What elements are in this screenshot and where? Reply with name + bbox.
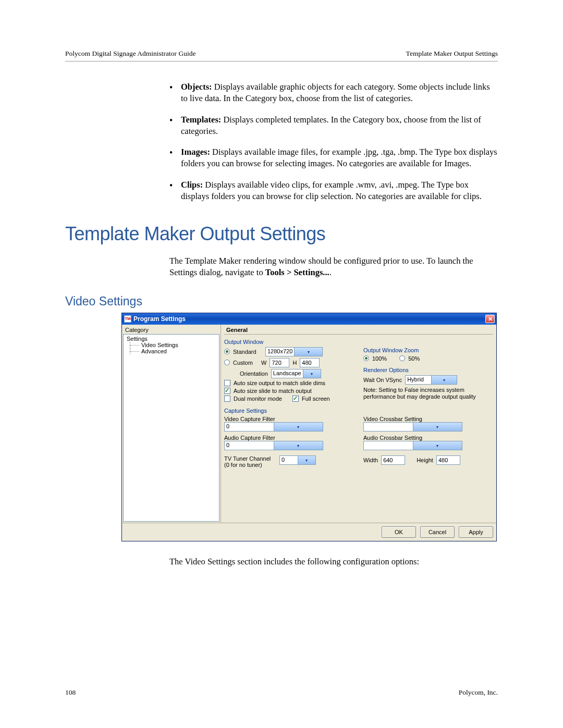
zoom-100-label: 100% [372,355,387,362]
header-left: Polycom Digital Signage Administrator Gu… [65,50,195,58]
footer-company: Polycom, Inc. [459,688,498,697]
program-settings-dialog: TM Program Settings ✕ Category Settings … [121,313,497,541]
output-window-label: Output Window [224,339,354,345]
orientation-value: Landscape [272,369,303,378]
header-right: Template Maker Output Settings [406,50,498,58]
bullet-list: Objects: Displays available graphic obje… [169,81,498,202]
output-zoom-label: Output Window Zoom [363,347,493,353]
page-header: Polycom Digital Signage Administrator Gu… [65,50,498,61]
dialog-title: Program Settings [133,315,186,323]
auto-size-output-label: Auto size output to match slide dims [234,380,325,386]
custom-radio[interactable] [224,360,230,365]
chevron-down-icon[interactable]: ▾ [274,441,323,450]
auto-size-slide-checkbox[interactable] [224,388,230,394]
close-icon[interactable]: ✕ [485,315,495,323]
bullet-objects-label: Objects: [181,82,212,92]
video-capture-filter-combo[interactable]: 0 ▾ [224,422,323,431]
general-group-title: General [224,326,493,335]
w-label: W [261,360,266,366]
custom-label: Custom [233,360,258,366]
cancel-button[interactable]: Cancel [420,526,455,538]
vsync-note: Note: Setting to False increases system … [363,387,493,400]
tv-tuner-label: TV Tuner Channel (0 for no tuner) [224,455,276,468]
capture-height-input[interactable] [436,455,460,465]
standard-label: Standard [233,349,262,355]
audio-capture-filter-value: 0 [225,441,274,450]
video-crossbar-label: Video Crossbar Setting [363,416,493,422]
resolution-value: 1280x720 [266,348,294,356]
zoom-50-label: 50% [408,355,420,362]
bullet-templates-text: Displays completed templates. In the Cat… [181,115,481,136]
audio-crossbar-label: Audio Crossbar Setting [363,435,493,441]
dual-monitor-checkbox[interactable] [224,396,230,402]
wait-vsync-value: Hybrid [406,376,431,384]
chevron-down-icon[interactable]: ▾ [431,376,457,384]
chevron-down-icon[interactable]: ▾ [298,456,316,464]
capture-width-input[interactable] [381,455,405,465]
capture-settings-label: Capture Settings [224,408,493,414]
chevron-down-icon[interactable]: ▾ [413,441,462,450]
audio-capture-filter-combo[interactable]: 0 ▾ [224,441,323,450]
subsection-heading: Video Settings [65,294,498,309]
renderer-options-label: Renderer Options [363,367,493,373]
category-tree[interactable]: Settings Video Settings Advanced [123,334,219,522]
tv-tuner-combo[interactable]: 0 ▾ [279,455,316,465]
ok-button[interactable]: OK [382,526,416,538]
audio-capture-filter-label: Audio Capture Filter [224,435,354,441]
page-number: 108 [65,688,76,697]
dialog-button-row: OK Cancel Apply [122,523,496,541]
app-icon: TM [124,315,131,323]
bullet-clips-text: Displays available video clips, for exam… [181,180,482,201]
bullet-objects-text: Displays available graphic objects for e… [181,82,490,103]
zoom-50-radio[interactable] [399,355,405,361]
tree-item-advanced[interactable]: Advanced [124,348,219,354]
tv-tuner-value: 0 [280,456,298,464]
wait-vsync-combo[interactable]: Hybrid ▾ [405,375,457,385]
chevron-down-icon[interactable]: ▾ [274,423,323,431]
tree-item-settings[interactable]: Settings [124,336,219,342]
full-screen-label: Full screen [302,396,330,402]
h-label: H [292,360,297,366]
bullet-images-text: Displays available image files, for exam… [181,147,497,168]
section-heading: Template Maker Output Settings [65,223,498,245]
bullet-clips-label: Clips: [181,180,203,190]
tree-item-video-settings[interactable]: Video Settings [124,342,219,348]
category-label: Category [123,326,219,334]
chevron-down-icon[interactable]: ▾ [413,423,462,431]
auto-size-slide-label: Auto size slide to match output [234,388,312,394]
bullet-templates-label: Templates: [181,115,221,125]
wait-vsync-label: Wait On VSync [363,377,402,383]
auto-size-output-checkbox[interactable] [224,380,230,386]
orientation-label: Orientation [240,371,268,377]
bullet-images-label: Images: [181,147,210,157]
settings-panel: General Output Window Standard 1280x720 … [221,325,496,523]
capture-height-label: Height [417,457,433,463]
video-capture-filter-value: 0 [225,423,274,431]
chevron-down-icon[interactable]: ▾ [294,348,322,356]
video-crossbar-combo[interactable]: ▾ [363,422,462,431]
capture-width-label: Width [363,457,378,463]
apply-button[interactable]: Apply [459,526,493,538]
category-panel: Category Settings Video Settings Advance… [122,325,221,523]
dual-monitor-label: Dual monitor mode [234,396,282,402]
orientation-combo[interactable]: Landscape ▾ [271,369,321,378]
chevron-down-icon[interactable]: ▾ [303,369,321,378]
video-crossbar-value [364,423,413,431]
page-footer: 108 Polycom, Inc. [65,688,498,697]
zoom-100-radio[interactable] [363,355,369,361]
standard-radio[interactable] [224,349,230,354]
audio-crossbar-value [364,441,413,450]
resolution-combo[interactable]: 1280x720 ▾ [265,347,323,356]
below-dialog-text: The Video Settings section includes the … [169,556,498,567]
width-input[interactable] [270,358,289,367]
full-screen-checkbox[interactable] [292,396,299,402]
audio-crossbar-combo[interactable]: ▾ [363,441,462,450]
height-input[interactable] [300,358,320,367]
section-body: The Template Maker rendering window shou… [169,255,498,279]
dialog-titlebar[interactable]: TM Program Settings ✕ [122,313,496,325]
video-capture-filter-label: Video Capture Filter [224,416,354,422]
